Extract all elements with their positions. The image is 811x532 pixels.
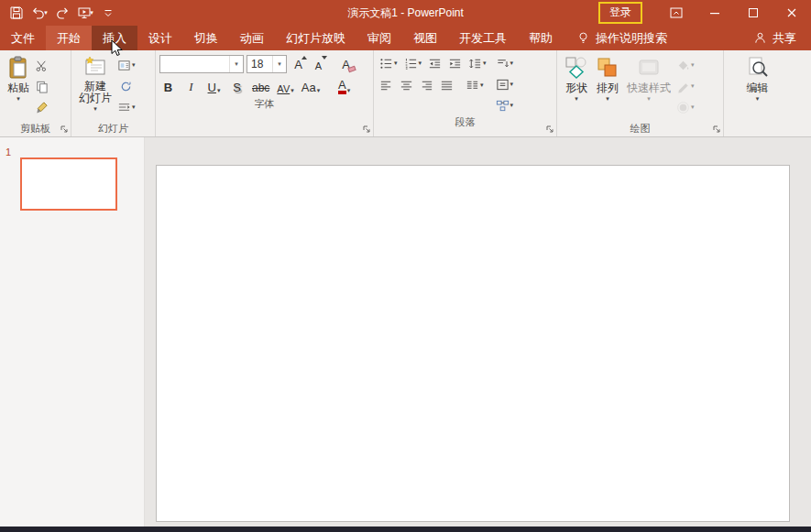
- align-right-button[interactable]: [418, 76, 435, 94]
- group-clipboard: 粘贴 ▾: [0, 50, 71, 136]
- strikethrough-button[interactable]: abc: [251, 77, 270, 96]
- undo-button[interactable]: ▾: [28, 2, 50, 24]
- underline-button[interactable]: U▾: [205, 77, 223, 96]
- change-case-button[interactable]: Aa▾: [301, 77, 321, 96]
- clear-formatting-button[interactable]: A: [337, 54, 355, 73]
- tab-home[interactable]: 开始: [46, 26, 92, 50]
- numbering-button[interactable]: ▾: [402, 54, 424, 72]
- save-button[interactable]: [5, 2, 27, 24]
- dropdown-icon: ▾: [510, 81, 514, 88]
- minimize-button[interactable]: [696, 0, 734, 26]
- shape-outline-icon: [676, 80, 690, 93]
- share-button[interactable]: 共享: [739, 26, 811, 50]
- text-shadow-button[interactable]: S: [228, 77, 246, 96]
- bullets-button[interactable]: ▾: [378, 54, 400, 72]
- start-slideshow-button[interactable]: ▾: [74, 2, 96, 24]
- align-left-button[interactable]: [378, 76, 395, 94]
- paste-icon: [7, 56, 29, 80]
- dialog-launcher-icon[interactable]: [711, 124, 721, 134]
- shape-outline-button[interactable]: ▾: [674, 77, 696, 95]
- dropdown-icon: ▾: [132, 103, 136, 111]
- bold-button[interactable]: B: [159, 77, 177, 96]
- group-label-font: 字体: [255, 97, 275, 111]
- tab-slideshow[interactable]: 幻灯片放映: [275, 26, 356, 50]
- dropdown-icon: ▾: [347, 87, 351, 94]
- font-size-combo[interactable]: 18 ▾: [247, 55, 287, 73]
- format-painter-button[interactable]: [33, 98, 50, 116]
- grow-font-button[interactable]: A: [290, 54, 307, 73]
- align-center-button[interactable]: [398, 76, 415, 94]
- columns-button[interactable]: ▾: [464, 76, 486, 94]
- shape-effects-button[interactable]: ▾: [674, 98, 696, 116]
- line-spacing-icon: [468, 57, 482, 71]
- quick-access-toolbar: ▾ ▾: [0, 2, 119, 24]
- dialog-launcher-icon[interactable]: [361, 124, 371, 134]
- shrink-font-icon: [322, 56, 327, 60]
- tab-view[interactable]: 视图: [402, 26, 448, 50]
- italic-button[interactable]: I: [182, 77, 200, 96]
- chevron-down-icon: ▾: [229, 56, 243, 72]
- copy-button[interactable]: [33, 77, 50, 95]
- dialog-launcher-icon[interactable]: [59, 124, 69, 134]
- tab-review[interactable]: 审阅: [356, 26, 402, 50]
- slide-number: 1: [5, 147, 11, 157]
- tab-design[interactable]: 设计: [137, 26, 183, 50]
- dropdown-icon: ▾: [510, 102, 514, 109]
- align-text-icon: [496, 78, 510, 92]
- decrease-indent-button[interactable]: [426, 54, 444, 72]
- quick-styles-button[interactable]: 快速样式 ▾: [623, 54, 674, 121]
- convert-to-smartart-button[interactable]: ▾: [494, 96, 516, 114]
- powerpoint-window: ▾ ▾ 演示文稿1 - PowerPoint 登录: [0, 0, 811, 532]
- tab-transitions[interactable]: 切换: [183, 26, 229, 50]
- bottom-edge-bar: [0, 527, 811, 532]
- shape-fill-button[interactable]: ▾: [674, 56, 696, 74]
- font-color-button[interactable]: A▾: [335, 77, 353, 96]
- login-button[interactable]: 登录: [598, 2, 642, 24]
- close-button[interactable]: [773, 0, 811, 26]
- ribbon-display-options-button[interactable]: [657, 0, 696, 26]
- tell-me-search[interactable]: 操作说明搜索: [567, 26, 676, 50]
- justify-button[interactable]: [438, 76, 455, 94]
- shape-fill-icon: [676, 59, 690, 72]
- tab-insert[interactable]: 插入: [92, 26, 137, 50]
- group-font: ▾ 18 ▾ A A A: [156, 50, 374, 136]
- group-paragraph: ▾ ▾: [374, 50, 557, 136]
- cut-button[interactable]: [33, 56, 50, 74]
- format-painter-icon: [35, 101, 49, 114]
- tab-file[interactable]: 文件: [0, 26, 46, 50]
- redo-button[interactable]: [51, 2, 73, 24]
- dialog-launcher-icon[interactable]: [544, 124, 554, 134]
- character-spacing-button[interactable]: AV▾: [276, 77, 294, 96]
- align-left-icon: [379, 79, 393, 92]
- arrange-button[interactable]: 排列 ▾: [592, 54, 623, 121]
- maximize-button[interactable]: [734, 0, 773, 26]
- tab-developer[interactable]: 开发工具: [448, 26, 518, 50]
- layout-button[interactable]: ▾: [115, 56, 137, 74]
- dropdown-icon: ▾: [90, 9, 93, 16]
- shrink-font-button[interactable]: A: [310, 54, 327, 73]
- dropdown-icon: ▾: [510, 60, 514, 67]
- text-direction-button[interactable]: ▾: [494, 54, 516, 72]
- maximize-icon: [746, 5, 761, 20]
- new-slide-button[interactable]: 新建 幻灯片 ▾: [75, 54, 115, 121]
- dropdown-icon: ▾: [44, 9, 48, 16]
- font-name-combo[interactable]: ▾: [159, 55, 244, 73]
- dropdown-icon: ▾: [16, 95, 20, 103]
- section-button[interactable]: ▾: [115, 98, 137, 116]
- layout-icon: [117, 59, 131, 72]
- editing-button[interactable]: 编辑 ▾: [743, 54, 773, 121]
- customize-qat-button[interactable]: [97, 2, 119, 24]
- tab-animations[interactable]: 动画: [229, 26, 275, 50]
- paste-button[interactable]: 粘贴 ▾: [4, 54, 33, 121]
- new-slide-icon: [83, 56, 107, 78]
- line-spacing-button[interactable]: ▾: [466, 54, 488, 72]
- slide-thumbnail-selected[interactable]: [20, 157, 117, 211]
- slide-canvas[interactable]: [156, 165, 790, 522]
- tell-me-label: 操作说明搜索: [596, 30, 667, 47]
- reset-slide-button[interactable]: [115, 77, 137, 95]
- increase-indent-button[interactable]: [446, 54, 464, 72]
- shapes-button[interactable]: 形状 ▾: [561, 54, 592, 121]
- align-text-button[interactable]: ▾: [494, 75, 516, 93]
- tab-help[interactable]: 帮助: [518, 26, 564, 50]
- ribbon: 粘贴 ▾: [0, 50, 811, 137]
